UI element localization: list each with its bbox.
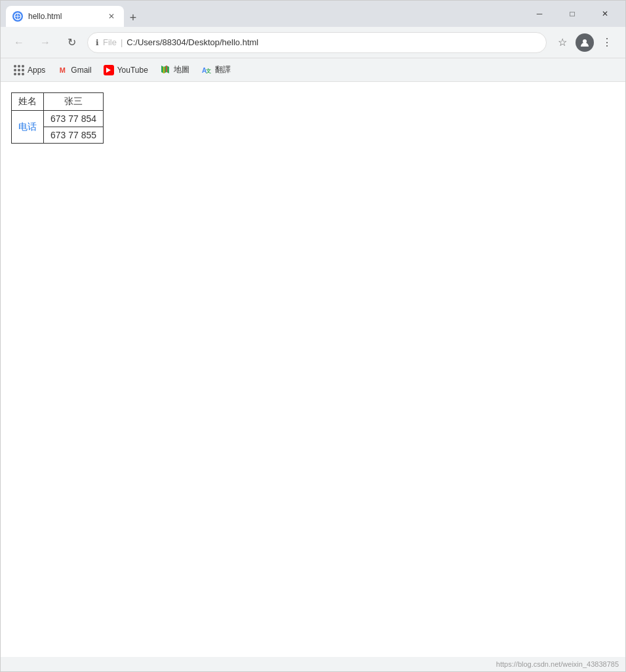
watermark-text: https://blog.csdn.net/weixin_43838785 <box>496 660 619 668</box>
bookmarks-translate[interactable]: A 文 翻譯 <box>196 61 236 79</box>
table-row-phone1: 电话 673 77 854 <box>12 111 104 127</box>
bookmarks-apps[interactable]: Apps <box>9 61 50 79</box>
name-label-cell: 姓名 <box>12 93 44 111</box>
maps-label: 地圖 <box>174 64 189 75</box>
close-button[interactable]: ✕ <box>590 3 620 24</box>
bookmarks-gmail[interactable]: M Gmail <box>52 61 96 79</box>
svg-text:文: 文 <box>206 68 211 74</box>
gmail-label: Gmail <box>71 66 91 75</box>
titlebar: hello.html ✕ + ─ □ ✕ <box>1 1 625 27</box>
url-pipe: | <box>121 37 123 47</box>
apps-grid-icon <box>14 65 24 75</box>
forward-button[interactable]: → <box>35 32 56 53</box>
youtube-icon <box>104 65 114 75</box>
apps-label: Apps <box>28 66 45 75</box>
phone-label-cell: 电话 <box>12 111 44 144</box>
gmail-icon: M <box>57 65 68 75</box>
window-controls: ─ □ ✕ <box>518 3 620 24</box>
maximize-button[interactable]: □ <box>557 3 587 24</box>
translate-icon: A 文 <box>201 65 212 75</box>
tab-close-button[interactable]: ✕ <box>106 10 117 22</box>
url-bar[interactable]: ℹ File | C:/Users/88304/Desktop/hello.ht… <box>87 32 547 53</box>
contact-table: 姓名 张三 电话 673 77 854 673 77 855 <box>11 92 104 144</box>
lock-icon: ℹ <box>96 38 99 47</box>
table-row-name: 姓名 张三 <box>12 93 104 111</box>
youtube-label: YouTube <box>117 66 148 75</box>
bookmarks-youtube[interactable]: YouTube <box>98 61 153 79</box>
bookmarks-bar: Apps M Gmail YouTube 地圖 <box>1 58 625 82</box>
minimize-button[interactable]: ─ <box>524 3 555 24</box>
phone2-cell: 673 77 855 <box>44 127 104 144</box>
url-separator: File <box>103 37 117 47</box>
translate-label: 翻譯 <box>215 64 231 75</box>
maps-icon <box>160 65 170 75</box>
reload-button[interactable]: ↻ <box>61 32 82 53</box>
phone1-cell: 673 77 854 <box>44 111 104 127</box>
statusbar: https://blog.csdn.net/weixin_43838785 <box>1 657 625 671</box>
name-value-cell: 张三 <box>44 93 104 111</box>
tab-favicon <box>12 11 23 22</box>
bookmarks-maps[interactable]: 地圖 <box>155 61 195 79</box>
back-button[interactable]: ← <box>9 32 29 53</box>
addressbar: ← → ↻ ℹ File | C:/Users/88304/Desktop/he… <box>1 27 625 58</box>
active-tab[interactable]: hello.html ✕ <box>6 6 124 27</box>
bookmark-button[interactable]: ☆ <box>552 32 573 53</box>
tab-strip: hello.html ✕ + <box>6 1 518 27</box>
browser-window: hello.html ✕ + ─ □ ✕ ← → ↻ ℹ File | C:/U… <box>0 0 626 672</box>
menu-button[interactable]: ⋮ <box>597 32 617 53</box>
new-tab-button[interactable]: + <box>124 9 142 27</box>
page-content: 姓名 张三 电话 673 77 854 673 77 855 <box>1 82 625 657</box>
addressbar-actions: ☆ ⋮ <box>552 32 617 53</box>
url-text: C:/Users/88304/Desktop/hello.html <box>127 37 538 47</box>
profile-button[interactable] <box>576 33 594 52</box>
tab-title: hello.html <box>28 12 100 21</box>
